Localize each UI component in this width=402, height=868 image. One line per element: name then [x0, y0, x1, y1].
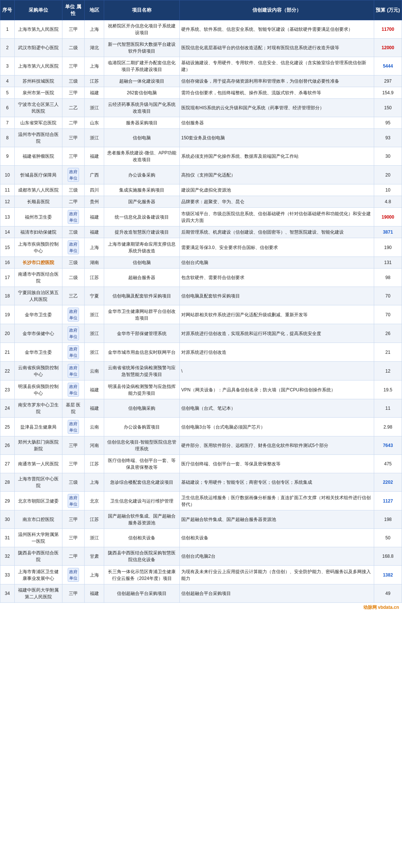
cell-buyer: 长沙市口腔医院: [14, 257, 62, 269]
cell-buyer: 南安市罗东中心卫生院: [14, 399, 62, 418]
cell-seq: 34: [0, 584, 15, 603]
cell-buyer: 上海市普陀区中心医院: [14, 473, 62, 492]
cell-seq: 29: [0, 492, 15, 510]
table-row: 10忻城县医疗保障局政府 单位广西办公设备采购高拍仪（支持国产化适配）20: [0, 166, 402, 184]
cell-budget: 11: [374, 399, 402, 418]
cell-seq: 30: [0, 510, 15, 529]
table-row: 27南通市第一人民医院三甲江苏医疗信创终端、信创平台一套、等保及密保整改等医疗信…: [0, 455, 402, 473]
cell-content: 需要满足等保3.0、安全要求符合国标、信创要求: [179, 238, 374, 257]
cell-content: 信创台式电脑2台: [179, 547, 374, 566]
cell-buyer: 云南省疾病预防控制中心: [14, 362, 62, 380]
cell-level: 三乙: [62, 287, 84, 305]
cell-seq: 33: [0, 566, 15, 584]
cell-budget: 198: [374, 510, 402, 529]
cell-seq: 22: [0, 362, 15, 380]
cell-budget: 2.98: [374, 418, 402, 436]
col-header-level: 单位 属性: [62, 0, 84, 20]
cell-content: 卫生信息系统运维服务；医疗数据画像分析服务；直连扩面工作支撑（对相关技术组件进行…: [179, 492, 374, 510]
cell-buyer: 福州市卫生委: [14, 208, 62, 226]
cell-level: 二甲: [62, 547, 84, 566]
cell-budget: 7643: [374, 436, 402, 455]
cell-project: 明溪县传染病检测预警与应急指挥能力提升项目: [104, 380, 180, 399]
cell-region: 福建: [84, 147, 104, 166]
cell-region: 浙江: [84, 324, 104, 343]
cell-seq: 14: [0, 226, 15, 238]
cell-seq: 2: [0, 39, 15, 57]
cell-level: 三甲: [62, 510, 84, 529]
cell-budget: 168.8: [374, 547, 402, 566]
table-body: 1上海市第九人民医院三甲上海祝桥院区开办信息化项目子系统建设项目硬件系统、软件系…: [0, 20, 402, 603]
cell-level: 二甲: [62, 117, 84, 129]
cell-budget: 98: [374, 269, 402, 287]
col-header-content: 信创建设内容（部分）: [179, 0, 374, 20]
cell-project: 患者服务系统建设-微信、APP功能改造项目: [104, 147, 180, 166]
cell-budget: 131: [374, 257, 402, 269]
cell-level: 二甲: [62, 196, 84, 208]
table-row: 13福州市卫生委政府 单位福建统一信息化及设备建设项目市级区域平台、市级总医院信…: [0, 208, 402, 226]
table-row: 11成都市第八人民医院三级四川集成实施服务采购项目建设国产化虚拟化资源池10: [0, 184, 402, 196]
cell-region: 湖南: [84, 257, 104, 269]
cell-buyer: 武汉市阳逻中心医院: [14, 39, 62, 57]
cell-region: 上海: [84, 20, 104, 39]
table-row: 28上海市普陀区中心医院三级上海急诊综合楼配套信息化建设项目基础建设；专用硬件；…: [0, 473, 402, 492]
cell-region: 福建: [84, 584, 104, 603]
cell-content: 建设国产化虚拟化资源池: [179, 184, 374, 196]
cell-content: 信创电脑3台等（台式电脑必须国产芯片）: [179, 418, 374, 436]
table-row: 33上海市青浦区卫生健康事业发展中心政府 单位上海长三角一体化示范区青浦卫生健康…: [0, 566, 402, 584]
cell-project: 服务器采购项目: [104, 117, 180, 129]
table-row: 31温州医科大学附属第一医院三甲浙江信创相关设备信创相关设备50: [0, 529, 402, 547]
col-header-budget: 预算 (万元): [374, 0, 402, 20]
cell-project: 急诊综合楼配套信息化建设项目: [104, 473, 180, 492]
col-header-region: 地区: [84, 0, 104, 20]
cell-region: 福建: [84, 226, 104, 238]
table-row: 9福建省肿瘤医院三甲福建患者服务系统建设-微信、APP功能改造项目系统必须支持国…: [0, 147, 402, 166]
cell-seq: 8: [0, 129, 15, 147]
cell-project: 信创相关设备: [104, 529, 180, 547]
cell-level: 政府 单位: [62, 362, 84, 380]
cell-content: 后期管理系统、机房建设（信创建设、信创固密等）、智慧医院建设、智能化建设: [179, 226, 374, 238]
cell-content: 信创电脑（台式、笔记本）: [179, 399, 374, 418]
cell-budget: 19.5: [374, 380, 402, 399]
cell-project: 医疗信创终端、信创平台一套、等保及密保整改等: [104, 455, 180, 473]
cell-project: 办公设备采购: [104, 166, 180, 184]
cell-budget: 21: [374, 343, 402, 362]
cell-content: 为现有及未来行业云上应用提供云计算能力（含信创）、安全防护能力、密码服务以及多网…: [179, 566, 374, 584]
cell-content: 需符合信创要求，包括终端整机、操作系统、流版式软件、杀毒软件等: [179, 87, 374, 99]
cell-level: 三级: [62, 75, 84, 87]
cell-budget: 4.8: [374, 196, 402, 208]
cell-budget: 5444: [374, 57, 402, 75]
cell-region: 江苏: [84, 510, 104, 529]
cell-content: 150套业务及信创电脑: [179, 129, 374, 147]
cell-buyer: 上海市第六人民医院: [14, 57, 62, 75]
cell-buyer: 温州市中西医结合医院: [14, 129, 62, 147]
cell-seq: 12: [0, 196, 15, 208]
cell-project: 国产化服务器: [104, 196, 180, 208]
cell-region: 江苏: [84, 75, 104, 87]
cell-region: 福建: [84, 87, 104, 99]
cell-buyer: 上海市疾病预防控制中心: [14, 238, 62, 257]
cell-content: 国产超融合软件集成、国产超融合服务器资源池: [179, 510, 374, 529]
cell-region: 宁夏: [84, 287, 104, 305]
cell-budget: 50: [374, 529, 402, 547]
cell-level: 政府 单位: [62, 566, 84, 584]
cell-project: 信创信息化项目-智能型医院信息管理系统: [104, 436, 180, 455]
cell-level: 三甲: [62, 57, 84, 75]
cell-content: 医院现有HIS系统的云化升级和国产化系统（药事管理、经济管理部分）: [179, 99, 374, 117]
table-row: 24南安市罗东中心卫生院基层 医院福建信创电脑采购信创电脑（台式、笔记本）11: [0, 399, 402, 418]
cell-level: 政府 单位: [62, 492, 84, 510]
cell-region: 四川: [84, 184, 104, 196]
table-header-row: 序号 采购单位 单位 属性 地区 项目名称 信创建设内容（部分） 预算 (万元): [0, 0, 402, 20]
table-row: 18宁夏回族自治区第五人民医院三乙宁夏信创电脑及配套软件采购项目信创电脑及配套软…: [0, 287, 402, 305]
cell-project: 上海市健康期望寿命应用支撑信息系统升级改造: [104, 238, 180, 257]
cell-budget: 20: [374, 166, 402, 184]
cell-project: 提升改造智慧医疗建设项目: [104, 226, 180, 238]
cell-project: 统一信息化及设备建设项目: [104, 208, 180, 226]
table-row: 7山东省荣军总医院二甲山东服务器采购项目信创服务器95: [0, 117, 402, 129]
cell-level: 政府 单位: [62, 166, 84, 184]
table-row: 4苏州科技城医院三级江苏超融合一体化建设项目信创存储设备，用于提高存储资源利用率…: [0, 75, 402, 87]
cell-seq: 32: [0, 547, 15, 566]
table-row: 25盐津县卫生健康局政府 单位云南办公设备购置项目信创电脑3台等（台式电脑必须国…: [0, 418, 402, 436]
cell-content: 市级区域平台、市级总医院信息系统、信创基础硬件（针对信创基础硬件和功能优化）和安…: [179, 208, 374, 226]
cell-buyer: 福建省肿瘤医院: [14, 147, 62, 166]
cell-project: 超融合一体化建设项目: [104, 75, 180, 87]
